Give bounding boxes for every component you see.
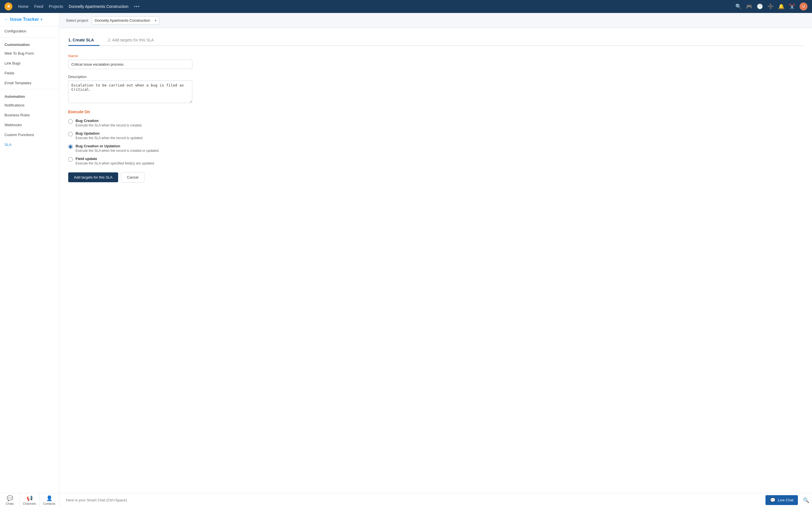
nav-project-name[interactable]: Donnelly Apartments Construction — [69, 4, 129, 9]
sidebar-item-fields[interactable]: Fields — [0, 68, 59, 78]
sidebar-item-notifications[interactable]: Notifications — [0, 100, 59, 110]
bottom-bar: 💬 Chats 📢 Channels 👤 Contacts 💬 Live Cha… — [0, 493, 812, 507]
scissors-icon[interactable]: ✂️ — [789, 3, 795, 10]
bottom-search-icon[interactable]: 🔍 — [800, 497, 812, 503]
sidebar: ← Issue Tracker ▾ Configuration Customiz… — [0, 13, 59, 493]
sidebar-dropdown-icon[interactable]: ▾ — [41, 17, 42, 21]
gamepad-icon[interactable]: 🎮 — [746, 3, 752, 10]
bottom-tab-chats[interactable]: 💬 Chats — [0, 494, 20, 507]
radio-bug-creation-input[interactable] — [68, 119, 73, 124]
top-nav: ☀ Home Feed Projects Donnelly Apartments… — [0, 0, 812, 13]
contacts-label: Contacts — [43, 502, 55, 505]
cancel-button[interactable]: Cancel — [121, 172, 144, 182]
bottom-tab-contacts[interactable]: 👤 Contacts — [40, 494, 59, 507]
tab-create-sla[interactable]: 1. Create SLA — [68, 35, 100, 46]
form-area: 1. Create SLA 2. Add targets for this SL… — [59, 28, 812, 493]
execute-on-label: Execute On — [68, 110, 803, 114]
execute-on-group: Execute On Bug Creation Execute the SLA … — [68, 110, 803, 165]
live-chat-label: Live Chat — [778, 498, 794, 502]
radio-creation-or-updation-desc: Execute the SLA when the record is creat… — [75, 149, 160, 153]
description-field-group: Description Escalation to be carried out… — [68, 75, 803, 104]
top-nav-action-icons: 🔍 🎮 🕐 ➕ 🔔 ✂️ U — [735, 3, 808, 10]
sidebar-divider-1 — [0, 37, 59, 38]
add-targets-button[interactable]: Add targets for this SLA — [68, 172, 118, 182]
sidebar-item-configuration[interactable]: Configuration — [0, 26, 59, 36]
channels-label: Channels — [23, 502, 36, 505]
add-icon[interactable]: ➕ — [767, 3, 774, 10]
contacts-icon: 👤 — [46, 495, 52, 501]
sidebar-header: ← Issue Tracker ▾ — [0, 13, 59, 26]
name-label: Name — [68, 54, 803, 58]
top-nav-links: Home Feed Projects — [18, 4, 63, 9]
description-label: Description — [68, 75, 803, 79]
nav-home[interactable]: Home — [18, 4, 29, 9]
project-bar: Select project Donnelly Apartments Const… — [59, 13, 812, 28]
sidebar-item-web-to-bug-form[interactable]: Web To Bug Form — [0, 48, 59, 58]
nav-projects[interactable]: Projects — [49, 4, 63, 9]
description-textarea[interactable]: Escalation to be carried out when a bug … — [68, 80, 192, 103]
form-buttons: Add targets for this SLA Cancel — [68, 172, 803, 182]
project-select-wrapper: Donnelly Apartments Construction — [92, 16, 159, 24]
radio-creation-or-updation-label: Bug Creation or Updation — [75, 144, 160, 148]
sidebar-item-sla[interactable]: SLA — [0, 140, 59, 150]
sidebar-item-link-bugs[interactable]: Link Bugs — [0, 58, 59, 68]
nav-more-options[interactable]: ••• — [134, 4, 140, 9]
radio-field-update-label: Field update — [75, 157, 155, 161]
name-field-group: Name — [68, 54, 803, 69]
app-logo[interactable]: ☀ — [4, 3, 12, 10]
chats-icon: 💬 — [7, 495, 13, 501]
customization-section-label: Customization — [0, 39, 59, 48]
radio-bug-updation-label: Bug Updation — [75, 131, 143, 135]
name-input[interactable] — [68, 60, 192, 69]
sidebar-title[interactable]: Issue Tracker — [10, 17, 39, 22]
radio-bug-creation-desc: Execute the SLA when the record is creat… — [75, 123, 142, 127]
sidebar-item-webhooks[interactable]: Webhooks — [0, 120, 59, 130]
nav-feed[interactable]: Feed — [34, 4, 43, 9]
bell-icon[interactable]: 🔔 — [778, 3, 784, 10]
radio-bug-creation: Bug Creation Execute the SLA when the re… — [68, 119, 803, 127]
project-bar-label: Select project — [66, 18, 88, 22]
channels-icon: 📢 — [27, 495, 33, 501]
radio-field-update-input[interactable] — [68, 157, 73, 162]
radio-bug-creation-or-updation: Bug Creation or Updation Execute the SLA… — [68, 144, 803, 153]
radio-bug-updation-input[interactable] — [68, 132, 73, 136]
content-area: Select project Donnelly Apartments Const… — [59, 13, 812, 493]
sidebar-item-email-templates[interactable]: Email Templates — [0, 78, 59, 88]
radio-bug-updation: Bug Updation Execute the SLA when the re… — [68, 131, 803, 140]
radio-field-update-desc: Execute the SLA when specified field(s) … — [75, 161, 155, 165]
chats-label: Chats — [6, 502, 14, 505]
bottom-left-tabs: 💬 Chats 📢 Channels 👤 Contacts — [0, 494, 59, 507]
sidebar-item-business-rules[interactable]: Business Rules — [0, 110, 59, 120]
sla-tabs: 1. Create SLA 2. Add targets for this SL… — [68, 35, 803, 46]
radio-field-update: Field update Execute the SLA when specif… — [68, 157, 803, 165]
radio-bug-creation-label: Bug Creation — [75, 119, 142, 123]
radio-creation-or-updation-input[interactable] — [68, 145, 73, 149]
bottom-tab-channels[interactable]: 📢 Channels — [20, 494, 40, 507]
project-select[interactable]: Donnelly Apartments Construction — [92, 16, 159, 24]
clock-icon[interactable]: 🕐 — [757, 3, 763, 10]
sidebar-divider-2 — [0, 89, 59, 89]
avatar[interactable]: U — [800, 3, 808, 10]
back-icon[interactable]: ← — [4, 17, 8, 22]
live-chat-icon: 💬 — [770, 497, 776, 503]
sidebar-item-custom-functions[interactable]: Custom Functions — [0, 130, 59, 140]
radio-bug-updation-desc: Execute the SLA when the record is updat… — [75, 136, 143, 140]
automation-section-label: Automation — [0, 91, 59, 100]
tab-add-targets[interactable]: 2. Add targets for this SLA — [108, 35, 160, 46]
smart-chat-input[interactable] — [66, 498, 759, 502]
smart-chat-area — [59, 498, 765, 502]
search-icon[interactable]: 🔍 — [735, 3, 742, 10]
live-chat-button[interactable]: 💬 Live Chat — [765, 495, 798, 505]
